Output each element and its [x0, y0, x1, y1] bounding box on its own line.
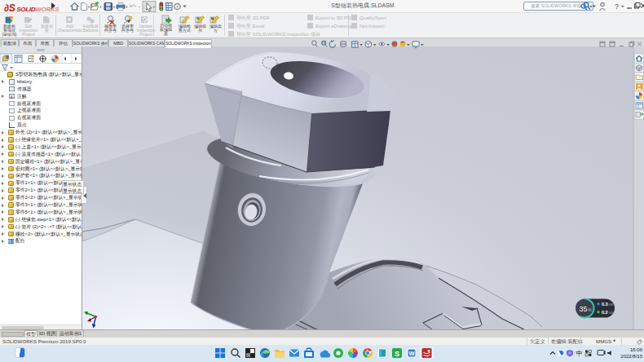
svg-text:W: W — [408, 350, 415, 357]
svg-text:S: S — [395, 350, 399, 358]
svg-text:中: 中 — [576, 350, 583, 357]
svg-text:0.3: 0.3 — [602, 302, 608, 307]
svg-text:KB/s: KB/s — [609, 311, 615, 315]
svg-text:0.2: 0.2 — [602, 310, 608, 315]
svg-text:35: 35 — [579, 305, 587, 313]
svg-text:?: ? — [615, 2, 619, 11]
svg-text:%: % — [589, 308, 592, 312]
svg-text:KB/s: KB/s — [609, 303, 615, 307]
